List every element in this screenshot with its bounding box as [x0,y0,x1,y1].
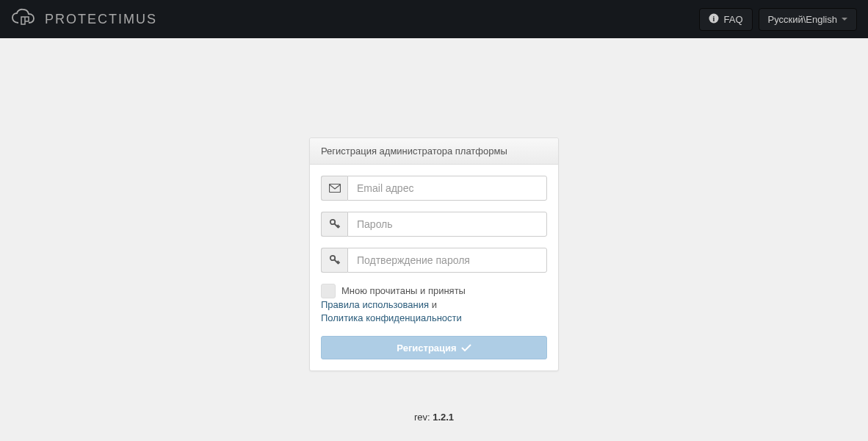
email-group [321,176,547,201]
register-button[interactable]: Регистрация [321,336,547,359]
faq-button[interactable]: i FAQ [699,8,752,31]
terms-link[interactable]: Правила использования [321,299,429,310]
terms-section: Мною прочитаны и приняты Правила использ… [321,284,547,325]
panel-title: Регистрация администратора платформы [310,138,558,165]
key-icon [321,248,347,273]
lang-label: Русский\English [768,14,838,25]
password-confirm-group [321,248,547,273]
lang-button[interactable]: Русский\English [759,8,858,31]
terms-and: и [429,299,437,310]
main-content: Регистрация администратора платформы [0,38,868,423]
chevron-down-icon [842,18,847,21]
rev-prefix: rev: [414,412,433,423]
faq-label: FAQ [723,14,742,25]
check-icon [461,343,471,354]
cloud-shield-icon [11,8,39,31]
password-confirm-field[interactable] [347,248,547,273]
registration-panel: Регистрация администратора платформы [309,137,559,371]
panel-body: Мною прочитаны и приняты Правила использ… [310,165,558,370]
terms-intro-text: Мною прочитаны и приняты [341,284,466,298]
svg-text:i: i [713,14,715,22]
password-field[interactable] [347,212,547,237]
info-icon: i [709,13,719,26]
privacy-link[interactable]: Политика конфиденциальности [321,312,462,323]
email-field[interactable] [347,176,547,201]
brand-logo: PROTECTIMUS [11,8,157,31]
password-group [321,212,547,237]
envelope-icon [321,176,347,201]
terms-checkbox[interactable] [321,284,336,298]
key-icon [321,212,347,237]
header: PROTECTIMUS i FAQ Русский\English [0,0,868,38]
rev-value: 1.2.1 [433,412,454,423]
header-actions: i FAQ Русский\English [699,8,857,31]
footer: rev: 1.2.1 [414,412,454,423]
register-label: Регистрация [397,343,456,354]
brand-text: PROTECTIMUS [45,12,157,27]
